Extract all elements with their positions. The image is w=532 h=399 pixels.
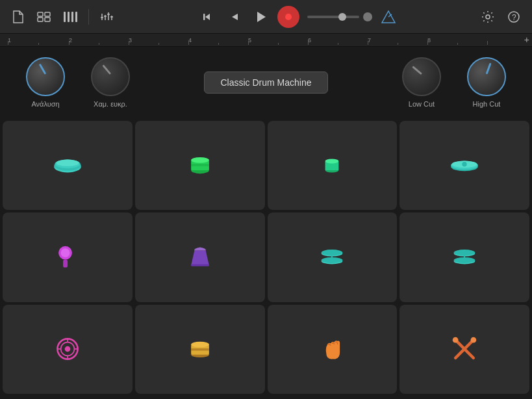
svg-point-25 (57, 159, 79, 166)
pad-clap[interactable] (268, 305, 398, 394)
toolbar: ? (0, 0, 532, 34)
timeline-ruler: 1 2 3 4 5 6 7 8 + (0, 34, 532, 47)
clarity-label: Χαμ. ευκρ. (94, 100, 127, 108)
svg-rect-7 (75, 12, 77, 22)
svg-rect-2 (38, 18, 43, 21)
svg-rect-6 (71, 12, 73, 22)
mixer-icon[interactable] (60, 6, 81, 27)
pad-shaker[interactable] (3, 212, 133, 302)
main-content: Ανάλυση Χαμ. ευκρ. Classic Drum Machine … (0, 47, 532, 399)
svg-point-67 (471, 337, 477, 343)
svg-point-54 (65, 346, 71, 352)
svg-point-43 (322, 250, 343, 255)
volume-slider[interactable] (307, 16, 359, 18)
skip-back-button[interactable] (223, 6, 245, 28)
knob-high-cut: High Cut (454, 57, 519, 108)
svg-point-37 (462, 162, 466, 166)
svg-point-17 (285, 14, 292, 20)
high-cut-knob[interactable] (467, 57, 506, 96)
ruler-add-button[interactable]: + (524, 34, 529, 45)
high-cut-label: High Cut (473, 100, 501, 108)
svg-rect-0 (38, 12, 43, 16)
knob-low-cut: Low Cut (389, 57, 454, 108)
svg-point-66 (453, 337, 459, 343)
knob-analysis: Ανάλυση (13, 57, 78, 108)
preset-name-area: Classic Drum Machine (143, 71, 389, 94)
svg-point-19 (486, 15, 490, 19)
svg-text:?: ? (512, 13, 516, 22)
preset-button[interactable]: Classic Drum Machine (204, 71, 327, 94)
metronome-icon[interactable] (377, 6, 399, 28)
play-button[interactable] (250, 6, 272, 28)
settings-icon[interactable] (477, 6, 498, 27)
svg-point-51 (454, 257, 475, 263)
pad-kick[interactable] (3, 121, 133, 210)
knob-clarity: Χαμ. ευκρ. (78, 57, 143, 108)
analysis-knob[interactable] (26, 57, 65, 96)
svg-point-48 (454, 250, 475, 255)
pad-grid (0, 118, 532, 399)
svg-point-28 (191, 157, 209, 163)
svg-rect-39 (63, 259, 68, 267)
record-button[interactable] (277, 6, 299, 28)
pad-snare-2[interactable] (135, 305, 265, 394)
volume-knob[interactable] (363, 12, 372, 21)
pad-tom[interactable] (3, 305, 133, 394)
low-cut-knob[interactable] (402, 57, 441, 96)
pad-hihat-open[interactable] (268, 212, 398, 302)
svg-point-61 (191, 342, 209, 348)
svg-rect-3 (45, 18, 50, 21)
help-icon[interactable]: ? (503, 6, 524, 27)
svg-rect-4 (64, 12, 66, 22)
svg-rect-41 (191, 264, 209, 266)
eq-icon[interactable] (97, 6, 118, 27)
svg-rect-1 (45, 12, 50, 16)
svg-point-40 (60, 248, 70, 257)
transport-controls (196, 6, 399, 28)
layout-icon[interactable] (34, 6, 55, 27)
pad-sticks[interactable] (399, 305, 529, 394)
clarity-knob[interactable] (91, 57, 130, 96)
new-file-icon[interactable] (8, 6, 29, 27)
svg-rect-16 (203, 14, 205, 20)
back-icon[interactable] (196, 6, 218, 28)
svg-point-46 (322, 257, 343, 263)
pad-cymbal[interactable] (399, 121, 529, 210)
pad-snare[interactable] (135, 121, 265, 210)
separator-1 (88, 9, 89, 25)
pad-hihat-open-2[interactable] (399, 212, 529, 302)
pad-hihat-closed[interactable] (268, 121, 398, 210)
low-cut-label: Low Cut (409, 100, 435, 108)
controls-row: Ανάλυση Χαμ. ευκρ. Classic Drum Machine … (0, 47, 532, 118)
pad-cowbell[interactable] (135, 212, 265, 302)
svg-rect-5 (68, 12, 70, 22)
analysis-label: Ανάλυση (31, 100, 59, 108)
svg-point-33 (325, 159, 339, 163)
